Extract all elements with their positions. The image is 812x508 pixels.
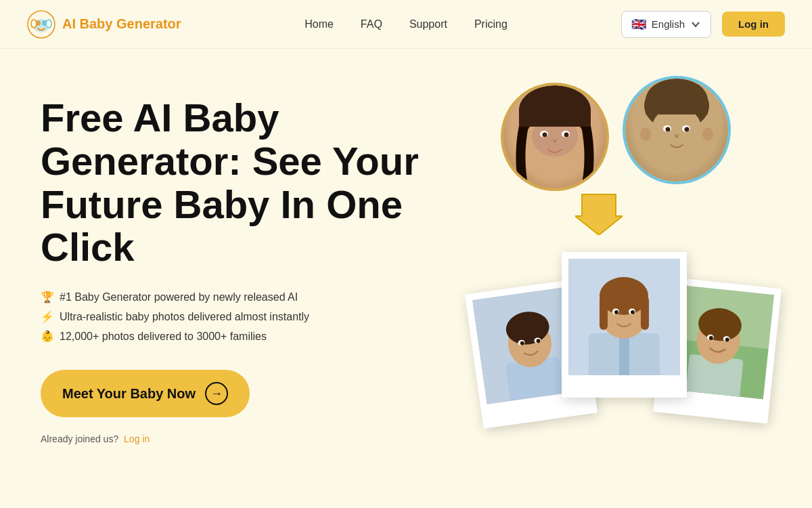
svg-rect-34 — [619, 333, 629, 375]
bullet-2-icon: ⚡ — [41, 310, 54, 323]
svg-point-19 — [685, 127, 690, 132]
hero-illustration — [440, 62, 792, 508]
dad-circle — [623, 76, 731, 184]
bullet-3-icon: 👶 — [41, 330, 54, 343]
polaroid-container — [467, 245, 765, 489]
svg-point-42 — [631, 310, 635, 314]
svg-point-4 — [31, 20, 37, 28]
cta-button[interactable]: Meet Your Baby Now → — [41, 370, 250, 417]
nav-home[interactable]: Home — [304, 18, 334, 30]
nav-faq[interactable]: FAQ — [361, 18, 382, 30]
hero-title: Free AI Baby Generator: See Your Future … — [41, 96, 420, 269]
nav-links: Home FAQ Support Pricing — [304, 18, 508, 30]
bullet-3-text: 12,000+ photos delivered to 3000+ famili… — [60, 331, 267, 343]
bullet-2-text: Ultra-realistic baby photos delivered al… — [60, 311, 309, 323]
login-button[interactable]: Log in — [722, 12, 785, 37]
arrow-down-icon — [575, 188, 623, 245]
chevron-down-icon — [690, 19, 701, 30]
svg-rect-37 — [600, 296, 608, 330]
svg-point-18 — [666, 127, 671, 132]
navbar: AI Baby Generator Home FAQ Support Prici… — [0, 0, 812, 49]
brand-name: AI Baby Generator — [62, 16, 181, 32]
dad-face-svg — [625, 79, 728, 182]
mom-face — [503, 85, 606, 188]
dad-face — [625, 79, 728, 182]
cta-arrow-icon: → — [205, 382, 228, 405]
already-joined: Already joined us? Log in — [41, 433, 420, 444]
language-selector[interactable]: 🇬🇧 English — [621, 11, 711, 38]
svg-point-11 — [543, 133, 547, 137]
hero-bullets: 🏆 #1 Baby Generator powered by newly rel… — [41, 291, 420, 343]
hero-left: Free AI Baby Generator: See Your Future … — [41, 89, 420, 444]
bullet-3: 👶 12,000+ photos delivered to 3000+ fami… — [41, 330, 420, 343]
logo-link[interactable]: AI Baby Generator — [27, 10, 181, 39]
already-text: Already joined us? — [41, 433, 118, 444]
svg-rect-38 — [641, 296, 649, 330]
svg-point-12 — [564, 133, 569, 137]
svg-marker-22 — [575, 194, 623, 235]
photo-center — [568, 259, 680, 375]
down-arrow-svg — [575, 188, 623, 235]
svg-point-41 — [614, 310, 618, 314]
flag-icon: 🇬🇧 — [631, 17, 646, 32]
hero-section: Free AI Baby Generator: See Your Future … — [0, 49, 812, 508]
language-label: English — [652, 18, 685, 30]
bullet-1-text: #1 Baby Generator powered by newly relea… — [60, 291, 298, 303]
svg-point-21 — [702, 127, 713, 141]
polaroid-center — [562, 252, 687, 398]
bullet-2: ⚡ Ultra-realistic baby photos delivered … — [41, 310, 420, 323]
mom-hair-svg — [503, 85, 606, 188]
bullet-1-icon: 🏆 — [41, 291, 54, 303]
svg-point-20 — [640, 127, 651, 141]
nav-support[interactable]: Support — [409, 18, 447, 30]
logo-icon — [27, 10, 55, 39]
already-login-link[interactable]: Log in — [124, 433, 150, 444]
mom-circle — [501, 83, 609, 191]
nav-pricing[interactable]: Pricing — [474, 18, 508, 30]
kid-center-svg — [568, 259, 680, 375]
svg-point-8 — [532, 116, 578, 156]
svg-point-5 — [46, 20, 51, 28]
bullet-1: 🏆 #1 Baby Generator powered by newly rel… — [41, 291, 420, 303]
svg-point-15 — [651, 106, 702, 160]
nav-right: 🇬🇧 English Log in — [621, 11, 785, 38]
cta-label: Meet Your Baby Now — [62, 386, 196, 402]
